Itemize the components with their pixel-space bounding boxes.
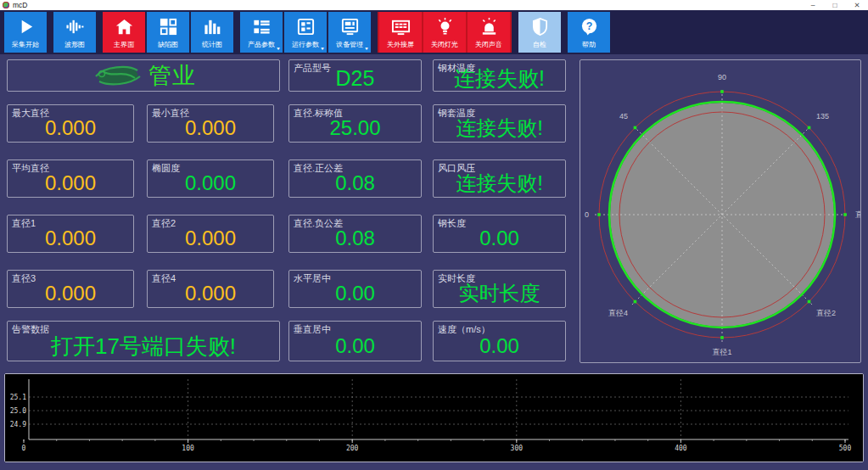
field-diameter1: 直径1 0.000 [7, 215, 134, 253]
window-title: mcD [13, 0, 27, 10]
field-value: 0.00 [291, 333, 419, 359]
toolbar-button-start-collect[interactable]: 采集开始 [4, 12, 47, 53]
field-value: 0.000 [9, 171, 132, 195]
svg-text:直径3: 直径3 [855, 210, 860, 219]
field-alarm-data: 告警数据 打开17号端口失败! [7, 321, 280, 361]
field-max-diameter: 最大直径 0.000 [7, 104, 134, 143]
minimize-button[interactable]: – [802, 0, 824, 10]
app-icon [3, 2, 9, 8]
field-value: 打开17号端口失败! [9, 333, 277, 359]
field-value: 0.08 [291, 171, 419, 195]
svg-text:90: 90 [718, 73, 726, 81]
close-button[interactable]: ✕ [846, 0, 868, 10]
toolbar-button-label: 缺陷图 [158, 40, 178, 49]
screen-off-icon [391, 16, 411, 38]
field-horizontal-center: 水平居中 0.00 [288, 270, 422, 308]
toolbar-group-help: ?帮助 [568, 12, 610, 53]
device-mgmt-icon [340, 16, 360, 38]
toolbar-button-main-view[interactable]: 主界面 [103, 12, 145, 53]
maximize-button[interactable]: □ [824, 0, 846, 10]
svg-text:直径1: 直径1 [712, 348, 731, 356]
field-plus-tolerance: 直径.正公差 0.08 [288, 159, 422, 198]
toolbar-button-label: 自检 [533, 40, 546, 49]
field-value: 连接失败! [435, 68, 563, 89]
svg-text:?: ? [585, 20, 592, 32]
toolbar-button-label: 关闭声音 [475, 40, 502, 49]
toolbar-button-label: 设备管理 [336, 40, 363, 49]
svg-text:直径2: 直径2 [816, 309, 836, 317]
svg-text:直径4: 直径4 [608, 309, 628, 317]
waveform-icon [65, 16, 85, 38]
field-steel-temp: 钢材温度 连接失败! [433, 59, 566, 92]
field-value: D25 [291, 68, 419, 89]
field-value: 25.00 [291, 116, 419, 140]
toolbar-group-selfcheck: 自检 [518, 12, 561, 53]
toolbar-button-self-check[interactable]: 自检 [518, 12, 561, 53]
toolbar-button-waveform-view[interactable]: 波形图 [53, 12, 96, 53]
toolbar-button-label: 关闭灯光 [431, 40, 458, 49]
toolbar-button-label: 统计图 [202, 40, 222, 49]
field-value: 0.000 [9, 227, 132, 250]
help-icon: ? [580, 16, 599, 38]
toolbar-button-external-screen-off[interactable]: 关外接屏 [379, 12, 422, 53]
field-value: 0.08 [291, 227, 419, 250]
titlebar: mcD – □ ✕ [0, 0, 868, 10]
toolbar-group-params: 产品参数▼运行参数▼设备管理▼ [240, 12, 371, 53]
field-ovality: 椭圆度 0.000 [147, 159, 274, 198]
field-min-diameter: 最小直径 0.000 [147, 104, 274, 143]
toolbar-button-device-mgmt[interactable]: 设备管理▼ [328, 12, 371, 53]
field-minus-tolerance: 直径.负公差 0.08 [288, 215, 422, 253]
toolbar-button-label: 运行参数 [292, 40, 319, 49]
toolbar-button-run-params[interactable]: 运行参数▼ [284, 12, 327, 53]
svg-text:500: 500 [839, 445, 852, 452]
field-value: 0.00 [435, 227, 563, 250]
field-value: 0.00 [435, 333, 563, 359]
toolbar-button-label: 波形图 [64, 40, 85, 49]
field-steel-length: 钢长度 0.00 [433, 215, 566, 253]
field-value: 0.000 [149, 116, 272, 140]
toolbar-button-label: 采集开始 [12, 40, 39, 49]
diameter-trend-chart: 24.925.025.10100200300400500 [4, 373, 864, 462]
toolbar-button-label: 主界面 [114, 40, 134, 49]
toolbar-button-label: 关外接屏 [387, 40, 414, 49]
toolbar-button-light-off[interactable]: 关闭灯光 [423, 12, 466, 53]
svg-text:400: 400 [675, 445, 687, 452]
field-speed: 速度（m/s） 0.00 [433, 321, 566, 361]
chevron-down-icon: ▼ [276, 47, 281, 51]
diameter-profile-chart: 90451350直径3直径4直径1直径2 [580, 59, 861, 363]
toolbar-button-sound-off[interactable]: 关闭声音 [468, 12, 510, 53]
toolbar-button-stats-view[interactable]: 统计图 [191, 12, 233, 53]
svg-text:135: 135 [816, 112, 829, 120]
toolbar-button-defect-map[interactable]: 缺陷图 [147, 12, 189, 53]
field-value: 实时长度 [435, 282, 563, 305]
svg-text:200: 200 [346, 445, 359, 452]
toolbar-button-help[interactable]: ?帮助 [568, 12, 610, 53]
svg-text:24.9: 24.9 [10, 421, 26, 428]
toolbar-group-views: 主界面缺陷图统计图 [103, 12, 233, 53]
field-avg-diameter: 平均直径 0.000 [7, 159, 134, 198]
toolbar-group-wave: 波形图 [53, 12, 96, 53]
light-off-icon [435, 16, 455, 38]
field-value: 0.000 [9, 116, 132, 140]
toolbar-button-product-params[interactable]: 产品参数▼ [240, 12, 283, 53]
field-value: 连接失败! [435, 116, 563, 140]
siren-icon [479, 16, 499, 38]
toolbar-group-start: 采集开始 [4, 12, 47, 53]
toolbar-button-label: 帮助 [582, 40, 596, 49]
play-icon [16, 16, 36, 38]
field-value: 0.000 [149, 227, 272, 250]
run-params-icon [296, 16, 316, 38]
svg-text:25.0: 25.0 [10, 407, 26, 415]
field-diameter3: 直径3 0.000 [7, 270, 134, 308]
field-value: 0.000 [149, 282, 272, 305]
field-value: 0.000 [149, 171, 272, 195]
svg-text:25.1: 25.1 [10, 394, 26, 401]
chevron-down-icon: ▼ [364, 47, 369, 51]
logo-scribble [91, 63, 147, 88]
product-params-icon [252, 16, 272, 38]
field-diameter4: 直径4 0.000 [147, 270, 274, 308]
field-value: 0.000 [9, 282, 132, 305]
defect-map-icon [159, 16, 178, 38]
home-icon [115, 16, 134, 38]
chevron-down-icon: ▼ [320, 47, 325, 51]
